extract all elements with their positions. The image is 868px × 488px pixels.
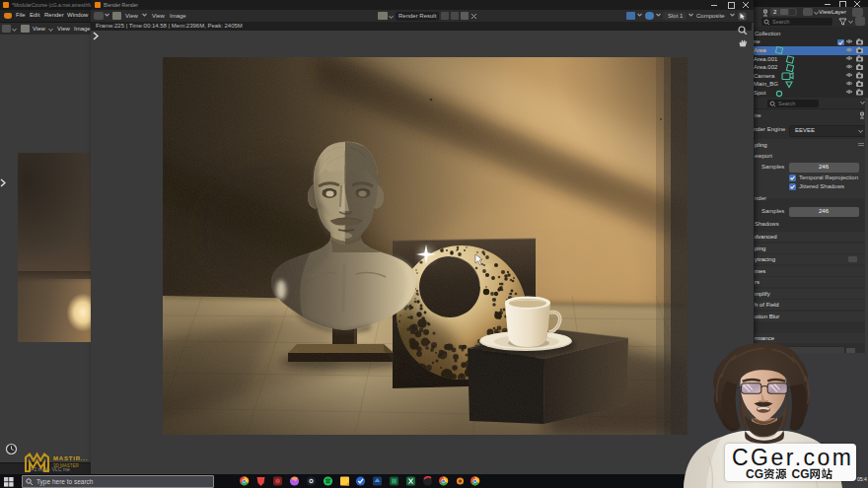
svg-text:3D MASTER: 3D MASTER — [53, 463, 80, 468]
svg-text:CG: CG — [746, 467, 763, 481]
svg-text:MASTIR...: MASTIR... — [53, 455, 88, 461]
svg-text:CG: CG — [792, 467, 810, 481]
